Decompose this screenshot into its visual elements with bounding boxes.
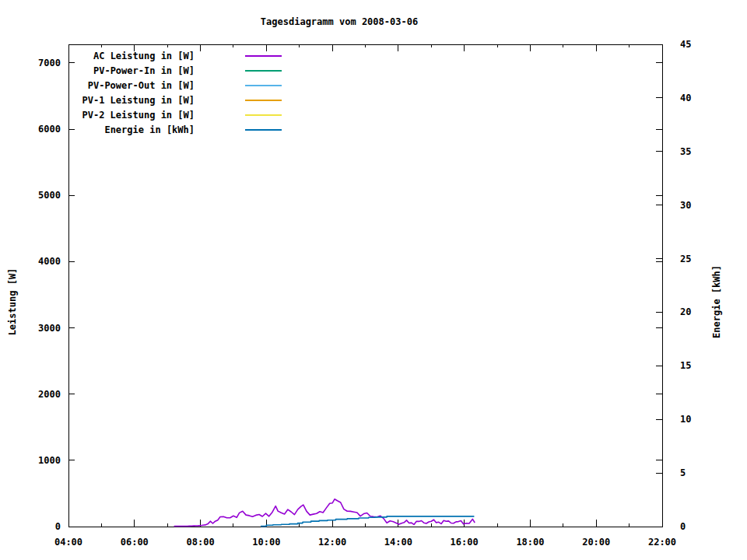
y1-tick-label: 5000 — [38, 190, 61, 201]
pv-day-diagram: Tagesdiagramm vom 2008-03-06 Leistung [W… — [0, 0, 747, 560]
x-tick-label: 18:00 — [516, 537, 544, 548]
y1-tick-label: 3000 — [38, 323, 61, 334]
y2-tick-label: 0 — [680, 521, 686, 532]
y1-tick-label: 1000 — [38, 455, 61, 466]
series-ac-leistung — [174, 499, 475, 527]
series-energie — [261, 516, 474, 527]
y2-tick-label: 45 — [680, 39, 691, 50]
y1-tick-label: 6000 — [38, 124, 61, 135]
x-tick-label: 20:00 — [582, 537, 610, 548]
y2-tick-label: 15 — [680, 360, 691, 371]
y2-tick-label: 20 — [680, 306, 691, 317]
y2-tick-label: 35 — [680, 146, 691, 157]
y2-tick-label: 25 — [680, 254, 691, 264]
plot-canvas: 04:0006:0008:0010:0012:0014:0016:0018:00… — [0, 0, 747, 560]
x-tick-label: 10:00 — [252, 537, 280, 548]
x-tick-label: 06:00 — [121, 537, 149, 548]
x-tick-label: 14:00 — [384, 537, 412, 548]
x-tick-label: 08:00 — [186, 537, 214, 548]
y1-tick-label: 4000 — [38, 256, 61, 267]
y1-tick-label: 0 — [55, 521, 61, 532]
y2-tick-label: 5 — [680, 467, 686, 478]
x-tick-label: 04:00 — [54, 537, 82, 548]
x-tick-label: 16:00 — [451, 537, 479, 548]
plot-border — [68, 44, 662, 527]
y2-tick-label: 40 — [680, 93, 691, 103]
x-tick-label: 22:00 — [648, 537, 676, 548]
x-tick-label: 12:00 — [318, 537, 346, 548]
y2-tick-label: 30 — [680, 200, 691, 211]
y1-tick-label: 2000 — [38, 389, 61, 400]
y2-tick-label: 10 — [680, 414, 691, 425]
y1-tick-label: 7000 — [38, 58, 61, 68]
